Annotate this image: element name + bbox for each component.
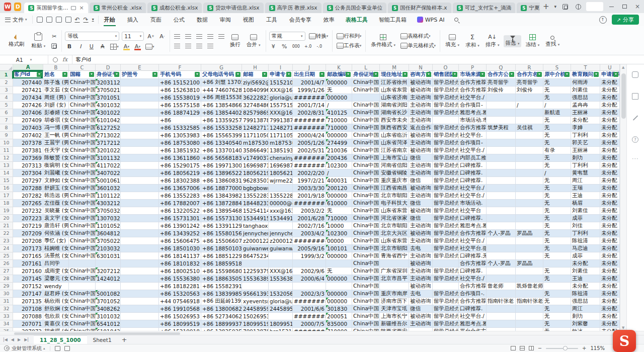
cell[interactable]: 207147	[13, 290, 43, 298]
cell[interactable]: +86 15606475	[159, 237, 201, 245]
cell[interactable]: 被动咨询	[409, 147, 433, 154]
cell[interactable]: 去电	[409, 290, 433, 298]
cell[interactable]: 未分配	[600, 207, 620, 215]
cell[interactable]: 未分配	[600, 192, 620, 200]
sheet-tab-Sheet1[interactable]: Sheet1	[87, 335, 118, 344]
cell[interactable]	[121, 177, 159, 185]
cell[interactable]: +86 565681836	[201, 154, 242, 162]
cell[interactable]: 2001/9/18	[293, 192, 326, 200]
last-sheet-icon[interactable]: ▶|	[24, 337, 29, 342]
cell[interactable]: 丁利利	[571, 132, 600, 139]
redo-icon[interactable]: ↷	[84, 17, 89, 23]
strikethrough-button[interactable]: A	[98, 43, 107, 50]
cell[interactable]: 无	[543, 275, 571, 283]
cell[interactable]: China中国	[69, 298, 96, 305]
cell[interactable]: China中国	[352, 147, 380, 154]
cell[interactable]: +86 1335925706	[201, 117, 242, 124]
cell[interactable]: jennychen7	[269, 230, 293, 237]
row-header-20[interactable]: 20	[0, 215, 13, 222]
row-header-28[interactable]: 28	[0, 275, 13, 283]
cell[interactable]	[121, 124, 159, 132]
cell[interactable]	[121, 222, 159, 230]
cell[interactable]: 370502199901260083	[96, 86, 121, 94]
cell[interactable]: +86 15582391866	[201, 283, 242, 290]
cell[interactable]: 864752343	[242, 252, 269, 260]
cell[interactable]: 180995191	[269, 320, 293, 328]
menu-item-3[interactable]: 页面	[150, 14, 162, 26]
cell[interactable]: 留学总经办	[433, 313, 459, 320]
cell[interactable]: 李文茹 (女	[43, 86, 69, 94]
cell[interactable]: ########	[293, 313, 326, 320]
cell[interactable]: 未分配	[571, 283, 600, 290]
row-header-3[interactable]: 3	[0, 86, 13, 94]
cell[interactable]: +86 13854402198	[201, 109, 242, 117]
table-header-cell[interactable]: 现住地址	[380, 71, 409, 79]
cell[interactable]: China中国	[69, 162, 96, 169]
filter-dropdown-icon[interactable]	[613, 72, 618, 77]
cell[interactable]: 上海市宝山	[380, 154, 409, 162]
add-sheet-button[interactable]: +	[118, 336, 131, 343]
column-header-L[interactable]: L	[352, 64, 380, 71]
system-mode-label[interactable]: 业财管理系统	[12, 345, 42, 352]
cell[interactable]: 360103200303300725	[96, 185, 121, 192]
row-header-24[interactable]: 24	[0, 245, 13, 252]
merge-cells-button[interactable]: 合并 ▾	[245, 34, 263, 49]
close-tab-icon[interactable]: ×	[79, 5, 84, 11]
cell[interactable]: China中国	[352, 79, 380, 86]
cell[interactable]: 成菲	[571, 215, 600, 222]
italic-button[interactable]: I	[76, 43, 85, 50]
cell[interactable]: +86 13370140948	[201, 147, 242, 154]
wps-floating-badge[interactable]: S	[613, 330, 636, 352]
wps-ai-button[interactable]: WPS AI	[417, 17, 445, 23]
formula-input[interactable]: 客户id	[72, 55, 94, 64]
cell[interactable]: 未分配	[600, 102, 620, 109]
cell[interactable]: 155363896	[242, 275, 269, 283]
cell[interactable]: m1875308	[242, 139, 269, 147]
cell[interactable]: 留学总经办	[433, 162, 459, 169]
file-tab[interactable]: S国任财产保险样本.x	[388, 3, 451, 13]
align-bottom-button[interactable]	[195, 33, 204, 40]
cell[interactable]	[516, 222, 543, 230]
cell[interactable]: 2005/1/26	[293, 139, 326, 147]
cell[interactable]: /	[326, 169, 352, 177]
cell[interactable]: 2002/8/31	[293, 109, 326, 117]
cell[interactable]: 310113200211152925	[96, 154, 121, 162]
cell[interactable]: 赵君婷 (女	[43, 290, 69, 298]
cell[interactable]: 358664913	[242, 147, 269, 154]
align-center-button[interactable]	[184, 42, 193, 50]
cell[interactable]: 000000	[326, 94, 352, 102]
cell[interactable]: 142401200006041426	[96, 275, 121, 283]
cell[interactable]: 青海省西宁	[380, 252, 409, 260]
cell[interactable]	[121, 290, 159, 298]
cell[interactable]: 雅思考点.雅	[459, 320, 487, 328]
freeze-panes-button[interactable]: 冻结 ▾	[523, 34, 541, 49]
cell[interactable]: 无	[543, 215, 571, 222]
cell[interactable]	[516, 245, 543, 252]
cell[interactable]: 2000/4/24	[293, 132, 326, 139]
cell[interactable]: 未分配	[600, 215, 620, 222]
cell[interactable]: 207232	[13, 207, 43, 215]
cell[interactable]: 留学总经办	[433, 102, 459, 109]
layout-mode-icon[interactable]	[558, 0, 572, 13]
share-button[interactable]: ↗分享	[612, 15, 639, 25]
cell[interactable]: China中国	[69, 275, 96, 283]
row-header-21[interactable]: 21	[0, 222, 13, 230]
cell[interactable]: China中国	[352, 192, 380, 200]
cell[interactable]: China中国	[352, 283, 380, 290]
cell[interactable]: 207219	[13, 222, 43, 230]
vertical-scroll-thumb[interactable]	[621, 73, 626, 119]
cell[interactable]: 207160	[13, 268, 43, 275]
cell[interactable]: 未分配	[571, 260, 600, 268]
cell[interactable]	[516, 147, 543, 154]
cell[interactable]: 微信	[409, 177, 433, 185]
cell[interactable]: +86 15320563	[159, 290, 201, 298]
cell[interactable]: China中国	[69, 139, 96, 147]
cell[interactable]: 社交平台./	[459, 237, 487, 245]
cell[interactable]	[121, 185, 159, 192]
cell[interactable]: 122593794	[242, 268, 269, 275]
cell[interactable]: 430103200107142529	[96, 102, 121, 109]
cell[interactable]: 被动咨询	[409, 260, 433, 268]
cell[interactable]	[516, 290, 543, 298]
cell[interactable]	[269, 252, 293, 260]
cell[interactable]	[352, 94, 380, 102]
